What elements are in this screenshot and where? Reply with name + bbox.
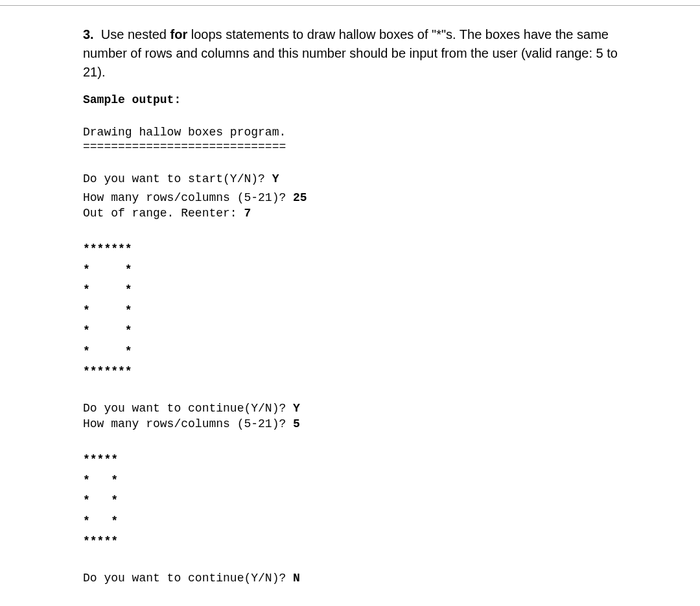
size-prompt-line-1: How many rows/columns (5-21)? 25	[83, 190, 622, 205]
sample-output-label: Sample output:	[83, 93, 622, 106]
reenter-answer: 7	[244, 207, 251, 220]
box1-row: * *	[83, 304, 132, 317]
question-text-part1: Use nested	[101, 27, 170, 41]
interaction-2: Do you want to continue(Y/N)? Y How many…	[83, 401, 622, 432]
continue-prompt-1: Do you want to continue(Y/N)?	[83, 402, 293, 415]
continue-answer-1: Y	[293, 402, 300, 415]
continue-answer-2: N	[293, 572, 300, 585]
size-prompt-2: How many rows/columns (5-21)?	[83, 417, 293, 430]
box1-row: * *	[83, 345, 132, 358]
box1-row: *******	[83, 242, 132, 255]
question-number: 3.	[83, 27, 94, 41]
start-prompt-line: Do you want to start(Y/N)? Y	[83, 171, 622, 187]
size-prompt-1: How many rows/columns (5-21)?	[83, 191, 293, 204]
size-answer-1: 25	[293, 191, 307, 204]
reenter-prompt: Out of range. Reenter:	[83, 207, 244, 220]
continue-prompt-line-1: Do you want to continue(Y/N)? Y	[83, 401, 622, 416]
box-output-2: ***** * * * * * * *****	[83, 450, 622, 552]
box1-row: *******	[83, 365, 132, 378]
for-keyword: for	[170, 27, 188, 41]
program-title: Drawing hallow boxes program.	[83, 124, 622, 140]
start-prompt: Do you want to start(Y/N)?	[83, 172, 272, 185]
program-intro-section: Drawing hallow boxes program. ==========…	[83, 124, 622, 153]
interaction-1: Do you want to start(Y/N)? Y How many ro…	[83, 171, 622, 221]
box1-row: * *	[83, 324, 132, 337]
start-answer: Y	[272, 172, 279, 185]
divider-line: =============================	[83, 140, 622, 153]
interaction-3: Do you want to continue(Y/N)? N	[83, 570, 622, 586]
box2-row: * *	[83, 494, 118, 507]
size-answer-2: 5	[293, 417, 300, 430]
box2-row: * *	[83, 474, 118, 487]
box-output-1: ******* * * * * * * * * * * *******	[83, 239, 622, 382]
reenter-line: Out of range. Reenter: 7	[83, 205, 622, 221]
continue-prompt-2: Do you want to continue(Y/N)?	[83, 572, 293, 585]
box1-row: * *	[83, 263, 132, 276]
box1-row: * *	[83, 283, 132, 296]
document-content: 3. Use nested for loops statements to dr…	[0, 5, 700, 606]
size-prompt-line-2: How many rows/columns (5-21)? 5	[83, 416, 622, 432]
box2-row: *****	[83, 453, 118, 466]
box2-row: * *	[83, 515, 118, 528]
question-statement: 3. Use nested for loops statements to dr…	[83, 25, 622, 82]
box2-row: *****	[83, 535, 118, 548]
